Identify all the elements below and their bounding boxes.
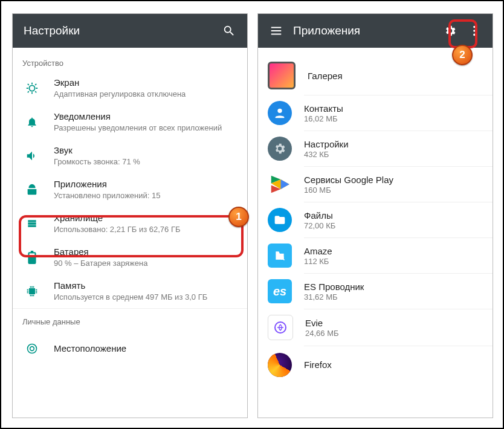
settings-item-sound[interactable]: Звук Громкость звонка: 71 % — [13, 139, 247, 173]
section-device: Устройство — [13, 48, 247, 71]
app-size: 24,66 МБ — [305, 329, 339, 338]
settings-item-apps[interactable]: Приложения Установлено приложений: 15 — [13, 173, 247, 207]
amaze-icon — [268, 244, 292, 268]
settings-item-location[interactable]: Местоположение — [13, 330, 247, 361]
overflow-icon[interactable] — [462, 19, 486, 43]
settings-appbar: Настройки — [13, 14, 247, 48]
battery-icon — [20, 251, 44, 264]
settings-screen: Настройки Устройство Экран Адаптивная ре… — [12, 13, 248, 418]
row-sub: Используется в среднем 497 МБ из 3,0 ГБ — [54, 292, 237, 302]
settings-item-battery[interactable]: Батарея 90 % – Батарея заряжена — [13, 240, 247, 274]
row-title: Экран — [54, 77, 237, 89]
row-sub: Громкость звонка: 71 % — [54, 157, 237, 167]
gallery-icon — [268, 62, 296, 89]
apps-title: Приложения — [288, 24, 438, 37]
gear-icon[interactable] — [438, 19, 462, 43]
app-item-files[interactable]: Файлы 72,00 КБ — [258, 202, 493, 237]
row-sub: 90 % – Батарея заряжена — [54, 259, 237, 268]
callout-badge-2: 2 — [452, 45, 473, 65]
svg-point-2 — [30, 347, 34, 351]
volume-icon — [20, 149, 44, 163]
play-services-icon — [268, 172, 292, 196]
app-size: 72,00 КБ — [304, 221, 335, 230]
app-size: 16,02 МБ — [304, 114, 343, 123]
svg-point-3 — [28, 344, 37, 353]
app-name: Файлы — [304, 210, 335, 221]
firefox-icon — [268, 353, 292, 377]
app-item-settings[interactable]: Настройки 432 КБ — [258, 131, 493, 166]
location-icon — [20, 343, 44, 355]
row-title: Батарея — [54, 247, 237, 258]
app-item-amaze[interactable]: Amaze 112 КБ — [258, 238, 493, 273]
app-item-firefox[interactable]: Firefox — [258, 346, 493, 378]
row-sub: Установлено приложений: 15 — [54, 191, 237, 201]
svg-point-5 — [473, 30, 476, 32]
app-size: 432 КБ — [304, 150, 349, 159]
storage-icon — [20, 218, 44, 230]
hamburger-icon[interactable] — [264, 19, 288, 43]
app-name: Контакты — [304, 103, 343, 114]
section-personal: Личные данные — [13, 308, 247, 330]
settings-item-display[interactable]: Экран Адаптивная регулировка отключена — [13, 71, 247, 105]
svg-point-6 — [473, 34, 476, 36]
app-name: Firefox — [304, 360, 332, 370]
search-icon[interactable] — [217, 19, 241, 43]
memory-icon — [20, 285, 44, 297]
settings-item-storage[interactable]: Хранилище Использовано: 2,21 ГБ из 62,76… — [13, 207, 247, 240]
es-explorer-icon: es — [268, 279, 292, 303]
row-title: Приложения — [54, 179, 237, 190]
app-name: Amaze — [304, 246, 332, 256]
svg-point-4 — [473, 26, 476, 28]
app-name: Галерея — [308, 71, 343, 81]
row-sub: Разрешены уведомления от всех приложений — [54, 123, 237, 133]
files-icon — [268, 208, 292, 232]
bell-icon — [20, 116, 44, 128]
evie-icon — [268, 315, 293, 340]
apps-appbar: Приложения — [258, 14, 493, 48]
android-icon — [20, 183, 44, 196]
row-title: Местоположение — [54, 343, 237, 355]
app-size: 112 КБ — [304, 257, 332, 266]
app-item-es-explorer[interactable]: es ES Проводник 31,62 МБ — [258, 274, 493, 309]
app-name: ES Проводник — [304, 282, 364, 292]
callout-badge-1: 1 — [228, 207, 249, 227]
row-title: Уведомления — [54, 111, 237, 123]
row-title: Звук — [54, 145, 237, 156]
settings-item-notifications[interactable]: Уведомления Разрешены уведомления от все… — [13, 105, 247, 139]
app-item-evie[interactable]: Evie 24,66 МБ — [258, 309, 493, 346]
settings-title: Настройки — [19, 24, 217, 37]
app-name: Evie — [305, 318, 339, 328]
app-item-play-services[interactable]: Сервисы Google Play 160 МБ — [258, 167, 493, 202]
svg-line-13 — [283, 259, 285, 260]
svg-rect-0 — [30, 253, 35, 255]
app-name: Сервисы Google Play — [304, 175, 393, 185]
contacts-icon — [268, 101, 292, 125]
row-sub: Использовано: 2,21 ГБ из 62,76 ГБ — [54, 225, 237, 234]
row-title: Память — [54, 280, 237, 292]
apps-screen: Приложения Галерея Контакты 16,02 МБ — [257, 13, 493, 418]
svg-point-7 — [277, 109, 282, 113]
settings-app-icon — [268, 137, 292, 161]
svg-rect-1 — [29, 288, 35, 294]
display-icon — [20, 82, 44, 95]
app-item-contacts[interactable]: Контакты 16,02 МБ — [258, 95, 493, 131]
settings-item-memory[interactable]: Память Используется в среднем 497 МБ из … — [13, 274, 247, 308]
row-sub: Адаптивная регулировка отключена — [54, 89, 237, 99]
row-title: Хранилище — [54, 213, 237, 224]
app-size: 31,62 МБ — [304, 292, 364, 302]
app-size: 160 МБ — [304, 185, 393, 195]
app-name: Настройки — [304, 139, 349, 149]
svg-marker-11 — [281, 179, 289, 189]
